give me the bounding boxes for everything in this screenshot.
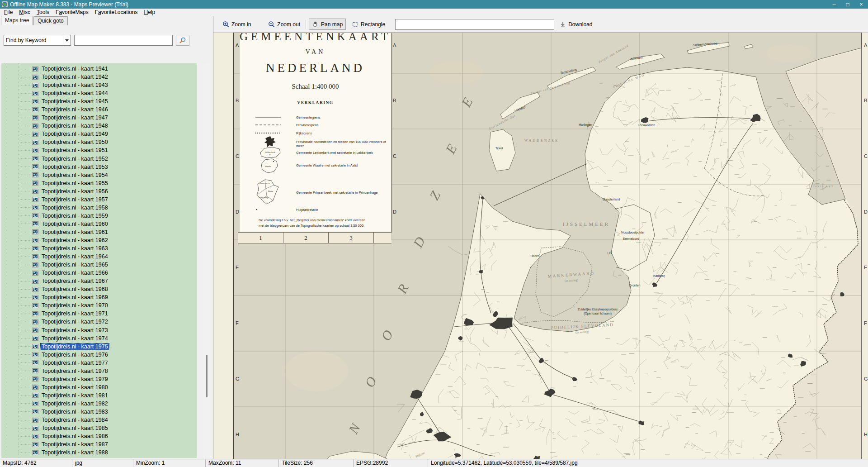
search-input[interactable]: [74, 35, 173, 46]
tree-item-label[interactable]: Topotijdreis.nl - kaart 1942: [41, 74, 109, 80]
tree-item-label[interactable]: Topotijdreis.nl - kaart 1980: [41, 384, 109, 391]
tree-item[interactable]: Topotijdreis.nl - kaart 1942: [1, 73, 197, 81]
close-button[interactable]: ×: [854, 0, 868, 9]
tab-quick-goto[interactable]: Quick goto: [33, 16, 67, 25]
map-viewport[interactable]: AAABBBCCCDDDEEFFGGHHNOORDZEEWADDENZEEIJS…: [213, 33, 868, 459]
tree-item[interactable]: Topotijdreis.nl - kaart 1976: [1, 351, 197, 359]
tree-item-label[interactable]: Topotijdreis.nl - kaart 1982: [41, 400, 109, 407]
search-button[interactable]: [176, 35, 189, 46]
tree-item-label[interactable]: Topotijdreis.nl - kaart 1941: [41, 66, 109, 72]
tree-item[interactable]: Topotijdreis.nl - kaart 1980: [1, 383, 197, 391]
tree-item[interactable]: Topotijdreis.nl - kaart 1984: [1, 416, 197, 424]
tree-item[interactable]: Topotijdreis.nl - kaart 1951: [1, 146, 197, 154]
tree-scrollbar-thumb[interactable]: [206, 355, 208, 397]
tree-item-label[interactable]: Topotijdreis.nl - kaart 1981: [41, 392, 109, 399]
minimize-button[interactable]: –: [827, 0, 841, 9]
tree-item[interactable]: Topotijdreis.nl - kaart 1974: [1, 334, 197, 343]
tree-item-label[interactable]: Topotijdreis.nl - kaart 1947: [41, 114, 109, 121]
tree-item-label[interactable]: Topotijdreis.nl - kaart 1979: [41, 376, 109, 382]
tree-item[interactable]: Topotijdreis.nl - kaart 1981: [1, 391, 197, 400]
tree-item-label[interactable]: Topotijdreis.nl - kaart 1967: [41, 278, 109, 284]
tree-item-label[interactable]: Topotijdreis.nl - kaart 1966: [41, 270, 109, 276]
tree-item[interactable]: Topotijdreis.nl - kaart 1972: [1, 318, 197, 326]
tree-item-label[interactable]: Topotijdreis.nl - kaart 1973: [41, 327, 109, 334]
tree-item[interactable]: Topotijdreis.nl - kaart 1953: [1, 163, 197, 171]
tree-item-label[interactable]: Topotijdreis.nl - kaart 1945: [41, 98, 109, 105]
tree-item[interactable]: Topotijdreis.nl - kaart 1960: [1, 220, 197, 228]
download-path-input[interactable]: [395, 19, 554, 30]
tree-item[interactable]: Topotijdreis.nl - kaart 1958: [1, 204, 197, 212]
tree-item[interactable]: Topotijdreis.nl - kaart 1978: [1, 367, 197, 375]
tree-item[interactable]: Topotijdreis.nl - kaart 1979: [1, 375, 197, 383]
menu-item-tools[interactable]: Tools: [33, 9, 52, 16]
tree-item-label[interactable]: Topotijdreis.nl - kaart 1976: [41, 352, 109, 358]
tree-item[interactable]: Topotijdreis.nl - kaart 1985: [1, 424, 197, 432]
tree-item-label[interactable]: Topotijdreis.nl - kaart 1971: [41, 310, 109, 317]
tree-item-selected[interactable]: Topotijdreis.nl - kaart 1975: [1, 343, 197, 351]
tree-item-label[interactable]: Topotijdreis.nl - kaart 1951: [41, 147, 109, 153]
tree-item[interactable]: Topotijdreis.nl - kaart 1944: [1, 89, 197, 97]
tree-item-label[interactable]: Topotijdreis.nl - kaart 1977: [41, 360, 109, 366]
menu-item-favoritemaps[interactable]: FavoriteMaps: [52, 9, 92, 16]
tree-item-label[interactable]: Topotijdreis.nl - kaart 1959: [41, 213, 109, 219]
tree-item[interactable]: Topotijdreis.nl - kaart 1941: [1, 65, 197, 73]
tree-item[interactable]: Topotijdreis.nl - kaart 1987: [1, 440, 197, 448]
tree-item-label[interactable]: Topotijdreis.nl - kaart 1986: [41, 433, 109, 439]
maximize-button[interactable]: □: [841, 0, 854, 9]
tree-item[interactable]: Topotijdreis.nl - kaart 1945: [1, 97, 197, 105]
tree-item[interactable]: Topotijdreis.nl - kaart 1970: [1, 301, 197, 310]
tree-item[interactable]: Topotijdreis.nl - kaart 1957: [1, 195, 197, 204]
tree-item-label[interactable]: Topotijdreis.nl - kaart 1948: [41, 123, 109, 129]
tree-item[interactable]: Topotijdreis.nl - kaart 1950: [1, 138, 197, 146]
tree-item[interactable]: Topotijdreis.nl - kaart 1955: [1, 179, 197, 187]
tree-item-label[interactable]: Topotijdreis.nl - kaart 1958: [41, 205, 109, 211]
rectangle-button[interactable]: Rectangle: [349, 19, 388, 29]
download-button[interactable]: Download: [560, 21, 592, 28]
tree-item-label[interactable]: Topotijdreis.nl - kaart 1963: [41, 245, 109, 252]
tree-item-label[interactable]: Topotijdreis.nl - kaart 1969: [41, 294, 109, 300]
menu-item-help[interactable]: Help: [141, 9, 159, 16]
zoom-out-button[interactable]: Zoom out: [265, 19, 303, 29]
tree-item-label[interactable]: Topotijdreis.nl - kaart 1944: [41, 90, 109, 96]
tree-item[interactable]: Topotijdreis.nl - kaart 1977: [1, 359, 197, 367]
tree-item-label[interactable]: Topotijdreis.nl - kaart 1970: [41, 302, 109, 309]
tree-item-label[interactable]: Topotijdreis.nl - kaart 1975: [41, 343, 109, 350]
tree-item-label[interactable]: Topotijdreis.nl - kaart 1965: [41, 262, 109, 268]
tree-item-label[interactable]: Topotijdreis.nl - kaart 1943: [41, 82, 109, 88]
tab-maps-tree[interactable]: Maps tree: [1, 16, 33, 25]
tree-item-label[interactable]: Topotijdreis.nl - kaart 1954: [41, 172, 109, 178]
tree-item[interactable]: Topotijdreis.nl - kaart 1961: [1, 228, 197, 236]
tree-item-label[interactable]: Topotijdreis.nl - kaart 1985: [41, 425, 109, 431]
tree-item-label[interactable]: Topotijdreis.nl - kaart 1946: [41, 106, 109, 113]
tree-item-label[interactable]: Topotijdreis.nl - kaart 1964: [41, 253, 109, 260]
tree-item[interactable]: Topotijdreis.nl - kaart 1965: [1, 261, 197, 269]
tree-item-label[interactable]: Topotijdreis.nl - kaart 1984: [41, 417, 109, 423]
chevron-down-icon[interactable]: [63, 35, 71, 45]
tree-item[interactable]: Topotijdreis.nl - kaart 1954: [1, 171, 197, 179]
tree-item-label[interactable]: Topotijdreis.nl - kaart 1983: [41, 409, 109, 415]
menu-item-favoritelocations[interactable]: FavoriteLocations: [92, 9, 141, 16]
tree-item[interactable]: Topotijdreis.nl - kaart 1952: [1, 155, 197, 163]
tree-item-label[interactable]: Topotijdreis.nl - kaart 1978: [41, 368, 109, 374]
tree-item[interactable]: Topotijdreis.nl - kaart 1959: [1, 212, 197, 220]
tree-item[interactable]: Topotijdreis.nl - kaart 1967: [1, 277, 197, 285]
tree-item[interactable]: Topotijdreis.nl - kaart 1947: [1, 114, 197, 122]
tree-item-label[interactable]: Topotijdreis.nl - kaart 1952: [41, 156, 109, 162]
pan-map-button[interactable]: Pan map: [309, 19, 346, 30]
tree-item[interactable]: Topotijdreis.nl - kaart 1969: [1, 293, 197, 301]
tree-scrollbar[interactable]: [203, 63, 211, 458]
tree-item-label[interactable]: Topotijdreis.nl - kaart 1987: [41, 441, 109, 448]
tree-item[interactable]: Topotijdreis.nl - kaart 1962: [1, 236, 197, 244]
tree-item-label[interactable]: Topotijdreis.nl - kaart 1957: [41, 196, 109, 203]
tree-item-label[interactable]: Topotijdreis.nl - kaart 1956: [41, 188, 109, 195]
tree-item[interactable]: Topotijdreis.nl - kaart 1971: [1, 310, 197, 318]
tree-item[interactable]: Topotijdreis.nl - kaart 1968: [1, 285, 197, 293]
tree-item[interactable]: Topotijdreis.nl - kaart 1956: [1, 187, 197, 195]
tree-item-label[interactable]: Topotijdreis.nl - kaart 1989: [41, 457, 109, 458]
tree-item-label[interactable]: Topotijdreis.nl - kaart 1972: [41, 319, 109, 325]
tree-item[interactable]: Topotijdreis.nl - kaart 1982: [1, 400, 197, 408]
menu-item-file[interactable]: File: [1, 9, 16, 16]
tree-item[interactable]: Topotijdreis.nl - kaart 1988: [1, 448, 197, 457]
tree-item-label[interactable]: Topotijdreis.nl - kaart 1960: [41, 221, 109, 227]
search-mode-select[interactable]: Find by Keyword: [4, 35, 71, 46]
